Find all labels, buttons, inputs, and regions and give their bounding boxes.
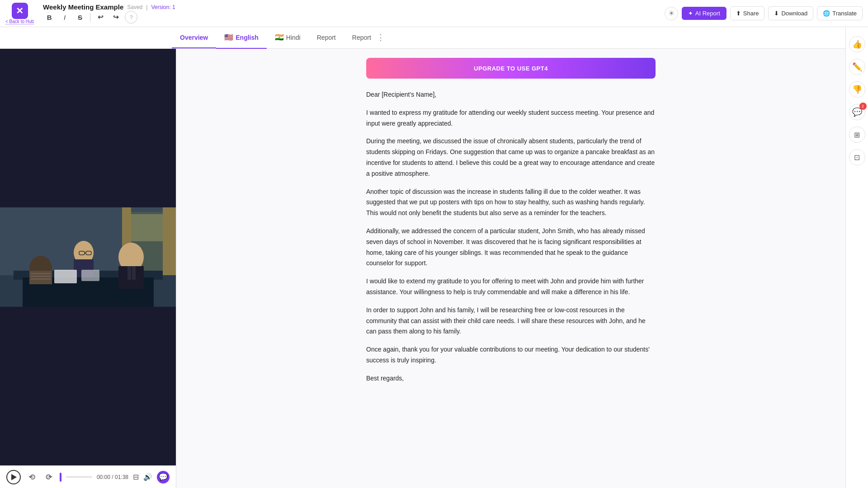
help-button[interactable]: ?: [125, 11, 137, 23]
fastforward-button[interactable]: ⟳ 10: [42, 471, 55, 483]
download-label: Download: [781, 10, 807, 17]
svg-rect-22: [54, 270, 77, 283]
grid-view-button[interactable]: ⊞: [849, 127, 865, 143]
share-icon: ⬆: [736, 10, 741, 17]
ai-report-button[interactable]: ✦ AI Report: [682, 7, 726, 20]
doc-title: Weekly Meeting Example: [43, 3, 123, 11]
letter-para4: Additionally, we addressed the concern o…: [366, 226, 656, 269]
redo-button[interactable]: ↪: [109, 11, 122, 23]
segment-marker: [60, 473, 61, 482]
play-button[interactable]: [6, 470, 21, 484]
thumbs-down-icon: 👎: [852, 84, 862, 94]
grid-icon: ⊞: [854, 131, 860, 139]
right-sidebar: 👍 ✏️ 👎 💬 2 ⊞ ⊡: [845, 27, 868, 488]
version-link[interactable]: Version: 1: [151, 4, 175, 10]
edit-button[interactable]: ✏️: [849, 59, 865, 75]
share-button[interactable]: ⬆ Share: [730, 6, 765, 20]
thumbs-down-button[interactable]: 👎: [849, 81, 865, 98]
tab-report2[interactable]: Report ⋮: [344, 27, 396, 50]
tab-hindi[interactable]: 🇮🇳 Hindi: [267, 27, 309, 49]
translate-button[interactable]: 🌐 Translate: [817, 6, 863, 20]
pip-button[interactable]: ⊟: [133, 473, 139, 481]
video-controls: ⟲ 10 ⟳ 10: [0, 465, 176, 488]
hindi-flag-icon: 🇮🇳: [275, 33, 284, 42]
tab-more-button[interactable]: ⋮: [373, 33, 388, 42]
tab-english-label: English: [236, 34, 259, 41]
tab-report1-label: Report: [317, 34, 336, 41]
separator: |: [146, 4, 147, 10]
upgrade-banner-text: UPGRADE TO USE GPT4: [474, 65, 548, 72]
svg-rect-20: [127, 266, 131, 280]
strikethrough-button[interactable]: S: [74, 11, 86, 23]
tabs-bar: Overview 🇺🇸 English 🇮🇳 Hindi Report Repo…: [0, 27, 845, 49]
tab-english[interactable]: 🇺🇸 English: [216, 27, 267, 49]
letter-para1: I wanted to express my gratitude for att…: [366, 108, 656, 129]
progress-line: [66, 476, 92, 478]
expand-icon: ⊡: [854, 153, 860, 162]
thumbs-up-button[interactable]: 👍: [849, 36, 865, 52]
volume-button[interactable]: 🔊: [143, 473, 152, 481]
undo-button[interactable]: ↩: [94, 11, 107, 23]
download-icon: ⬇: [774, 10, 779, 17]
sun-icon: ☀: [668, 9, 675, 18]
tab-hindi-label: Hindi: [286, 34, 301, 41]
doc-title-area: Weekly Meeting Example Saved | Version: …: [43, 3, 659, 23]
ai-icon: ✦: [688, 10, 693, 17]
download-button[interactable]: ⬇ Download: [768, 6, 813, 20]
share-label: Share: [743, 10, 759, 17]
saved-status: Saved: [127, 4, 142, 10]
tab-report2-label: Report: [352, 34, 371, 41]
bold-button[interactable]: B: [43, 11, 56, 23]
svg-rect-12: [31, 278, 51, 280]
rewind-label: 10: [30, 475, 33, 479]
document-content: UPGRADE TO USE GPT4 Dear [Recipient's Na…: [366, 58, 656, 384]
document-panel: UPGRADE TO USE GPT4 Dear [Recipient's Na…: [176, 49, 845, 488]
topbar: ✕ < Back to Hub Weekly Meeting Example S…: [0, 0, 868, 27]
upgrade-banner[interactable]: UPGRADE TO USE GPT4: [366, 58, 656, 79]
logo-box[interactable]: ✕: [12, 3, 28, 19]
svg-rect-23: [81, 270, 99, 281]
rewind-button[interactable]: ⟲ 10: [25, 471, 38, 483]
current-time: 00:00: [97, 474, 110, 480]
chat-button[interactable]: 💬: [157, 471, 170, 483]
play-icon: [11, 474, 17, 480]
video-panel: ⟲ 10 ⟳ 10: [0, 49, 176, 488]
letter-para3: Another topic of discussion was the incr…: [366, 187, 656, 219]
meeting-video-svg: [0, 49, 176, 465]
letter-para7: Once again, thank you for your valuable …: [366, 344, 656, 366]
letter-para5: I would like to extend my gratitude to y…: [366, 276, 656, 298]
formatting-toolbar: B I S ↩ ↪ ?: [43, 11, 659, 23]
english-flag-icon: 🇺🇸: [224, 33, 233, 42]
letter-body: Dear [Recipient's Name], I wanted to exp…: [366, 89, 656, 384]
svg-rect-9: [29, 271, 52, 284]
tab-overview-label: Overview: [180, 34, 208, 41]
toolbar-separator: [90, 13, 90, 22]
comment-badge: 2: [859, 103, 867, 110]
letter-closing: Best regards,: [366, 373, 656, 384]
top-right-actions: ☀ ✦ AI Report ⬆ Share ⬇ Download 🌐 Trans…: [665, 6, 863, 20]
pencil-icon: ✏️: [852, 62, 862, 72]
comments-button[interactable]: 💬 2: [849, 104, 865, 120]
progress-bar-area[interactable]: [66, 476, 92, 478]
time-separator: /: [112, 474, 115, 480]
svg-rect-10: [31, 273, 51, 274]
back-to-hub-link[interactable]: < Back to Hub: [5, 19, 34, 24]
video-thumbnail: [0, 49, 176, 465]
translate-label: Translate: [832, 10, 857, 17]
letter-para6: In order to support John and his family,…: [366, 305, 656, 337]
tab-overview[interactable]: Overview: [172, 28, 216, 48]
logo-area: ✕ < Back to Hub: [5, 3, 34, 24]
thumbs-up-icon: 👍: [852, 39, 862, 49]
translate-icon: 🌐: [823, 10, 830, 17]
expand-button[interactable]: ⊡: [849, 149, 865, 165]
letter-para2: During the meeting, we discussed the iss…: [366, 136, 656, 179]
letter-greeting: Dear [Recipient's Name],: [366, 89, 656, 100]
total-time: 01:38: [115, 474, 128, 480]
theme-toggle-button[interactable]: ☀: [665, 7, 678, 20]
fastforward-label: 10: [47, 475, 51, 479]
svg-rect-11: [31, 276, 51, 277]
logo-icon: ✕: [16, 5, 24, 16]
italic-button[interactable]: I: [58, 11, 71, 23]
ai-report-label: AI Report: [695, 10, 720, 17]
tab-report1[interactable]: Report: [309, 28, 344, 48]
